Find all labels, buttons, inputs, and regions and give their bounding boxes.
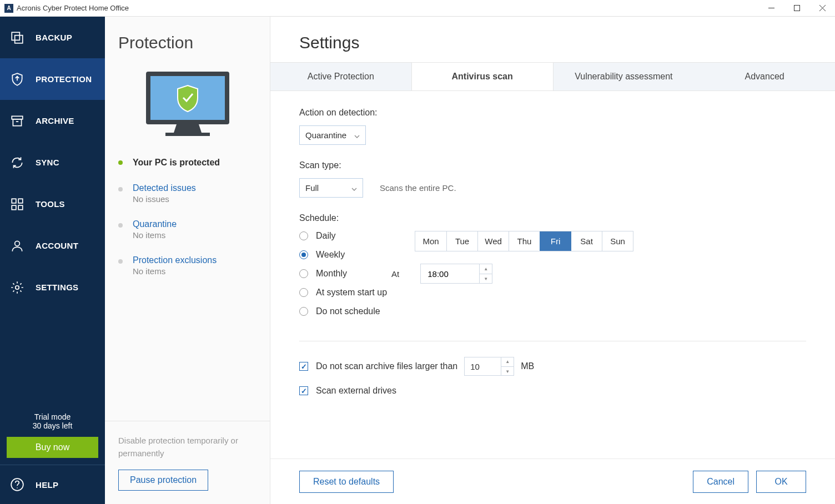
sidebar-item-help[interactable]: HELP — [0, 465, 105, 504]
sidebar-item-label: SETTINGS — [36, 283, 78, 292]
settings-content: Action on detection: Quarantine Scan typ… — [270, 91, 835, 458]
sidebar-item-tools[interactable]: TOOLS — [0, 183, 105, 225]
action-select[interactable]: Quarantine — [299, 125, 366, 145]
sidebar-item-label: HELP — [36, 480, 58, 490]
radio-no-schedule[interactable]: Do not schedule — [299, 306, 387, 316]
tab-advanced[interactable]: Advanced — [694, 63, 835, 90]
status-text: Your PC is protected — [133, 158, 220, 168]
trial-line1: Trial mode — [0, 412, 105, 421]
svg-rect-7 — [13, 119, 21, 125]
sidebar-item-label: ARCHIVE — [36, 116, 74, 125]
tools-icon — [10, 197, 24, 211]
tab-active-protection[interactable]: Active Protection — [270, 63, 411, 90]
sidebar-item-label: TOOLS — [36, 199, 65, 209]
sidebar-item-label: BACKUP — [36, 33, 72, 42]
pause-protection-button[interactable]: Pause protection — [118, 470, 208, 491]
buy-now-button[interactable]: Buy now — [7, 437, 98, 458]
svg-rect-1 — [794, 6, 799, 11]
sidebar-item-backup[interactable]: BACKUP — [0, 17, 105, 58]
action-value: Quarantine — [305, 130, 346, 140]
page-title: Settings — [270, 17, 835, 62]
sidebar-item-sync[interactable]: SYNC — [0, 142, 105, 183]
tab-antivirus-scan[interactable]: Antivirus scan — [411, 63, 554, 90]
day-sat[interactable]: Sat — [571, 231, 602, 251]
exclusions-link[interactable]: Protection exclusions — [133, 255, 217, 265]
exclusions-sub: No items — [133, 266, 217, 276]
archive-size-spinner[interactable]: 10 ▲ ▼ — [464, 357, 514, 376]
backup-icon — [10, 31, 24, 45]
sidebar-item-label: SYNC — [36, 158, 59, 167]
tabs: Active Protection Antivirus scan Vulnera… — [270, 62, 835, 91]
sidebar: BACKUP PROTECTION ARCHIVE SYNC TOOLS ACC… — [0, 17, 105, 504]
help-icon — [10, 477, 24, 492]
size-up-button[interactable]: ▲ — [501, 357, 514, 366]
scan-external-checkbox[interactable] — [299, 386, 308, 395]
protection-illustration — [105, 63, 270, 158]
svg-rect-11 — [12, 205, 16, 210]
sidebar-item-settings[interactable]: SETTINGS — [0, 266, 105, 308]
radio-monthly[interactable]: Monthly — [299, 269, 387, 279]
detected-issues-sub: No issues — [133, 194, 196, 204]
radio-daily[interactable]: Daily — [299, 231, 387, 241]
at-label: At — [391, 269, 399, 279]
day-wed[interactable]: Wed — [477, 231, 509, 251]
main-area: Settings Active Protection Antivirus sca… — [270, 17, 835, 504]
sidebar-item-archive[interactable]: ARCHIVE — [0, 100, 105, 142]
day-fri[interactable]: Fri — [540, 231, 571, 251]
reset-button[interactable]: Reset to defaults — [299, 471, 394, 493]
trial-status: Trial mode 30 days left — [0, 407, 105, 437]
ok-button[interactable]: OK — [756, 471, 806, 493]
time-spinner[interactable]: 18:00 ▲ ▼ — [420, 264, 492, 284]
gear-icon — [10, 280, 24, 295]
svg-rect-4 — [12, 32, 19, 40]
day-mon[interactable]: Mon — [415, 231, 446, 251]
day-tue[interactable]: Tue — [446, 231, 477, 251]
svg-rect-12 — [18, 205, 23, 210]
svg-rect-9 — [12, 199, 16, 203]
titlebar-title: Acronis Cyber Protect Home Office — [17, 4, 758, 12]
svg-marker-18 — [174, 124, 202, 133]
close-button[interactable] — [809, 0, 835, 17]
sidebar-item-account[interactable]: ACCOUNT — [0, 225, 105, 266]
shield-icon — [10, 72, 24, 87]
sidebar-item-label: PROTECTION — [36, 74, 92, 84]
minimize-button[interactable] — [758, 0, 784, 17]
status-dot-icon — [118, 187, 123, 191]
radio-weekly[interactable]: Weekly — [299, 250, 387, 260]
detected-issues-link[interactable]: Detected issues — [133, 183, 196, 193]
size-down-button[interactable]: ▼ — [501, 366, 514, 376]
svg-point-13 — [15, 241, 20, 246]
archive-size-value: 10 — [465, 362, 501, 371]
archive-limit-checkbox[interactable] — [299, 362, 308, 371]
disable-text: Disable protection temporarily or perman… — [118, 435, 256, 460]
time-down-button[interactable]: ▼ — [480, 274, 492, 283]
scan-external-label: Scan external drives — [316, 386, 396, 396]
quarantine-link[interactable]: Quarantine — [133, 219, 177, 229]
action-label: Action on detection: — [299, 108, 806, 118]
radio-startup[interactable]: At system start up — [299, 288, 387, 298]
archive-icon — [10, 114, 24, 128]
scan-type-value: Full — [305, 183, 319, 193]
scan-type-hint: Scans the entire PC. — [380, 183, 456, 193]
protection-status: Your PC is protected — [105, 158, 270, 183]
protection-panel: Protection Your PC is protected Detected… — [105, 17, 270, 504]
sidebar-item-label: ACCOUNT — [36, 241, 78, 250]
scan-type-select[interactable]: Full — [299, 178, 363, 198]
status-dot-icon — [118, 259, 123, 264]
svg-rect-19 — [165, 133, 210, 136]
trial-line2: 30 days left — [0, 421, 105, 430]
svg-point-14 — [16, 285, 19, 289]
scan-type-label: Scan type: — [299, 160, 806, 170]
panel-title: Protection — [105, 17, 270, 63]
tab-vulnerability[interactable]: Vulnerability assessment — [554, 63, 695, 90]
maximize-button[interactable] — [784, 0, 809, 17]
sidebar-item-protection[interactable]: PROTECTION — [0, 58, 105, 100]
quarantine-sub: No items — [133, 230, 177, 240]
chevron-down-icon — [354, 130, 360, 140]
time-value: 18:00 — [421, 269, 479, 279]
day-thu[interactable]: Thu — [509, 231, 540, 251]
time-up-button[interactable]: ▲ — [480, 264, 492, 274]
day-sun[interactable]: Sun — [602, 231, 633, 251]
cancel-button[interactable]: Cancel — [693, 471, 748, 493]
app-icon: A — [4, 4, 13, 13]
